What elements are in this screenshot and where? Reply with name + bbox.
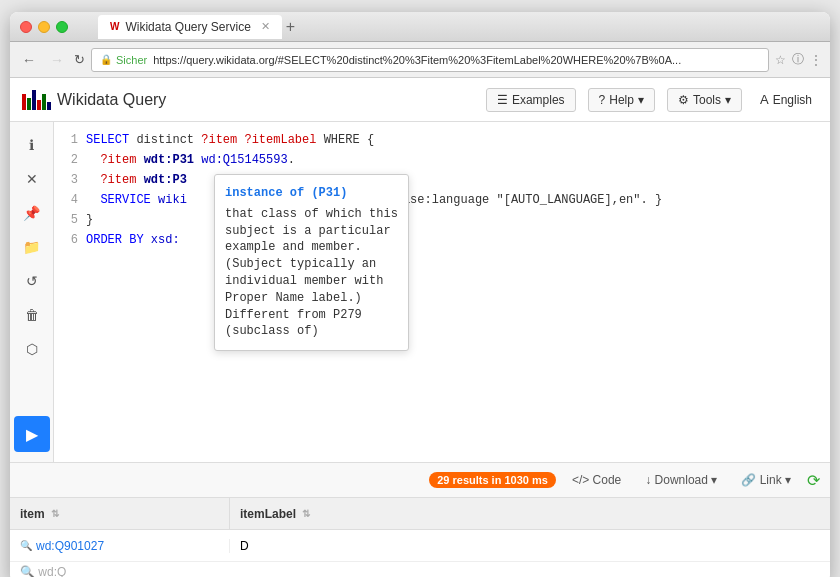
code-line-3: 3 ?item wdt:P3 [54,170,830,190]
status-bar: 29 results in 1030 ms </> Code ↓ Downloa… [10,462,830,498]
titlebar: W Wikidata Query Service ✕ + [10,12,830,42]
tools-button[interactable]: ⚙ Tools ▾ [667,88,742,112]
column-headers: item ⇅ itemLabel ⇅ [10,498,830,530]
url-text: https://query.wikidata.org/#SELECT%20dis… [153,54,681,66]
sidebar-bookmark-icon[interactable]: 📌 [17,198,47,228]
code-editor[interactable]: 1 SELECT distinct ?item ?itemLabel WHERE… [54,122,830,462]
code-line-1: 1 SELECT distinct ?item ?itemLabel WHERE… [54,130,830,150]
tooltip-title: instance of (P31) [225,185,398,202]
partial-icon: 🔍 [20,565,38,578]
code-line-5: 5 } [54,210,830,230]
star-icon[interactable]: ☆ [775,53,786,67]
line-number: 2 [58,150,86,170]
code-line-4: 4 SERVICE wiki aram wikibase:language "[… [54,190,830,210]
info-circle-icon[interactable]: ⓘ [792,51,804,68]
tab-close-button[interactable]: ✕ [261,20,270,33]
play-icon: ▶ [26,425,38,444]
result-cell-label: D [230,539,830,553]
logo-bar-5 [42,94,46,110]
logo-bar-1 [22,94,26,110]
partial-value: wd:Q [38,565,66,578]
back-button[interactable]: ← [18,50,40,70]
logo-bars [22,90,51,110]
close-button[interactable] [20,21,32,33]
traffic-lights [20,21,68,33]
tab-title: Wikidata Query Service [125,20,250,34]
line-number: 4 [58,190,86,210]
sidebar-folder-icon[interactable]: 📁 [17,232,47,262]
refresh-icon[interactable]: ⟳ [807,471,820,490]
link-button[interactable]: 🔗 Link ▾ [733,470,799,490]
language-icon: A [760,92,769,107]
results-table: item ⇅ itemLabel ⇅ 🔍 wd:Q901027 D 🔍 wd:Q [10,498,830,577]
new-tab-button[interactable]: + [286,18,295,36]
line-content: SELECT distinct ?item ?itemLabel WHERE { [86,130,374,150]
code-line-6: 6 ORDER BY xsd: Label [54,230,830,250]
sort-icon[interactable]: ⇅ [51,508,59,519]
forward-button[interactable]: → [46,50,68,70]
logo-bar-2 [27,98,31,110]
examples-button[interactable]: ☰ Examples [486,88,576,112]
sort-icon-label[interactable]: ⇅ [302,508,310,519]
result-link[interactable]: wd:Q901027 [36,539,104,553]
sidebar-trash-icon[interactable]: 🗑 [17,300,47,330]
download-button[interactable]: ↓ Download ▾ [637,470,725,490]
sidebar-share-icon[interactable]: ⬡ [17,334,47,364]
code-button[interactable]: </> Code [564,470,629,490]
sidebar: ℹ ✕ 📌 📁 ↺ 🗑 ⬡ ▶ [10,122,54,462]
autocomplete-tooltip: instance of (P31) that class of which th… [214,174,409,351]
sidebar-link-icon[interactable]: ✕ [17,164,47,194]
help-icon: ? [599,93,606,107]
column-header-label: itemLabel ⇅ [230,498,830,529]
sidebar-history-icon[interactable]: ↺ [17,266,47,296]
app-title: Wikidata Query [57,91,166,109]
tooltip-body: that class of which this subject is a pa… [225,206,398,340]
language-button[interactable]: A English [754,88,818,111]
examples-icon: ☰ [497,93,508,107]
tools-label: Tools [693,93,721,107]
browser-window: W Wikidata Query Service ✕ + ← → ↻ 🔒 Sic… [10,12,830,577]
examples-label: Examples [512,93,565,107]
security-label: Sicher [116,54,147,66]
main-area: ℹ ✕ 📌 📁 ↺ 🗑 ⬡ ▶ 1 SELECT distinct ?item … [10,122,830,462]
tools-dropdown-icon: ▾ [725,93,731,107]
logo-bar-6 [47,102,51,110]
gear-icon: ⚙ [678,93,689,107]
results-count-badge: 29 results in 1030 ms [429,472,556,488]
line-number: 3 [58,170,86,190]
column-header-item: item ⇅ [10,498,230,529]
help-label: Help [609,93,634,107]
result-row: 🔍 wd:Q901027 D [10,530,830,562]
col-label-label: itemLabel [240,507,296,521]
line-number: 1 [58,130,86,150]
tab-favicon: W [110,21,119,32]
security-lock-icon: 🔒 [100,54,112,65]
result-cell-item: 🔍 wd:Q901027 [10,539,230,553]
result-label-value: D [240,539,249,553]
line-content: ?item wdt:P31 wd:Q15145593. [86,150,295,170]
line-number: 5 [58,210,86,230]
maximize-button[interactable] [56,21,68,33]
language-label: English [773,93,812,107]
line-number: 6 [58,230,86,250]
help-button[interactable]: ? Help ▾ [588,88,655,112]
logo-bar-4 [37,100,41,110]
browser-tab[interactable]: W Wikidata Query Service ✕ [98,15,282,39]
menu-icon[interactable]: ⋮ [810,53,822,67]
col-item-label: item [20,507,45,521]
wikidata-logo: Wikidata Query [22,90,166,110]
line-content: ?item wdt:P3 [86,170,187,190]
run-query-button[interactable]: ▶ [14,416,50,452]
search-icon: 🔍 [20,540,32,551]
partial-result-cell: 🔍 wd:Q [10,565,76,578]
code-lines: 1 SELECT distinct ?item ?itemLabel WHERE… [54,122,830,258]
partial-result-row: 🔍 wd:Q [10,562,830,577]
reload-button[interactable]: ↻ [74,52,85,67]
code-line-2: 2 ?item wdt:P31 wd:Q15145593. [54,150,830,170]
app-header: Wikidata Query ☰ Examples ? Help ▾ ⚙ Too… [10,78,830,122]
logo-bar-3 [32,90,36,110]
url-bar[interactable]: 🔒 Sicher https://query.wikidata.org/#SEL… [91,48,769,72]
help-dropdown-icon: ▾ [638,93,644,107]
sidebar-info-icon[interactable]: ℹ [17,130,47,160]
minimize-button[interactable] [38,21,50,33]
